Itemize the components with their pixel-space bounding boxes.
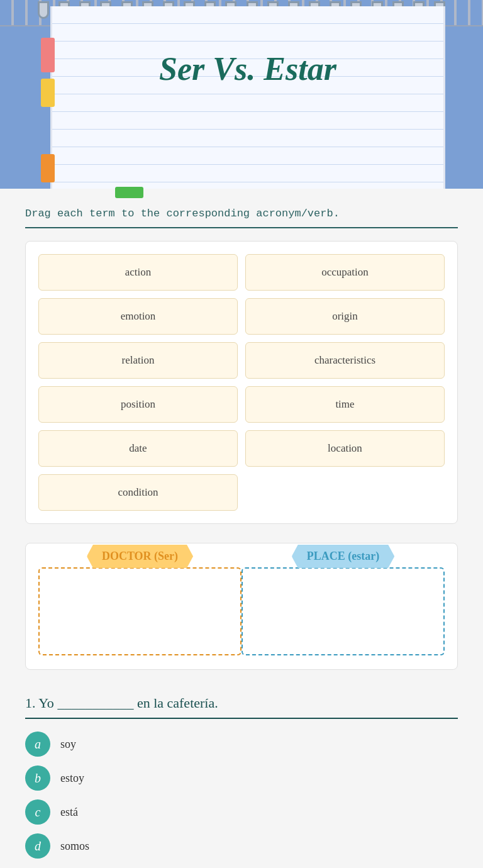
- term-characteristics[interactable]: characteristics: [245, 342, 445, 379]
- terms-grid: action occupation emotion origin relatio…: [38, 254, 445, 511]
- main-content: Drag each term to the corresponding acro…: [0, 189, 483, 868]
- badge-d: d: [25, 833, 50, 859]
- badge-a: a: [25, 732, 50, 757]
- term-occupation[interactable]: occupation: [245, 254, 445, 291]
- place-drop-area[interactable]: [242, 567, 445, 655]
- page-title: Ser Vs. Estar: [77, 25, 418, 100]
- term-position[interactable]: position: [38, 386, 238, 423]
- sticky-tab-green: [115, 187, 143, 198]
- instructions-text: Drag each term to the corresponding acro…: [25, 208, 458, 228]
- option-d[interactable]: d somos: [25, 833, 458, 859]
- label-d: somos: [60, 840, 89, 853]
- question-text-before: Yo: [38, 695, 57, 711]
- option-c[interactable]: c está: [25, 799, 458, 825]
- doctor-drop-area[interactable]: [38, 567, 242, 655]
- doctor-drop-zone[interactable]: DOCTOR (Ser): [38, 556, 242, 657]
- term-location[interactable]: location: [245, 430, 445, 467]
- question-text-after: en la cafetería.: [137, 695, 218, 711]
- sticky-tab-yellow: [41, 79, 55, 107]
- badge-c: c: [25, 799, 50, 825]
- badge-b: b: [25, 765, 50, 791]
- label-c: está: [60, 806, 78, 819]
- term-condition[interactable]: condition: [38, 474, 238, 511]
- term-action[interactable]: action: [38, 254, 238, 291]
- drop-zones-container: DOCTOR (Ser) PLACE (estar): [25, 543, 458, 670]
- place-label: PLACE (estar): [292, 545, 394, 568]
- notebook-paper: Ser Vs. Estar: [50, 6, 445, 189]
- spiral-hook: [38, 1, 49, 19]
- term-date[interactable]: date: [38, 430, 238, 467]
- sticky-tab-orange: [41, 154, 55, 182]
- terms-container: action occupation emotion origin relatio…: [25, 241, 458, 524]
- question-1: 1. Yo ___________ en la cafetería.: [25, 695, 458, 719]
- question-section: 1. Yo ___________ en la cafetería. a soy…: [25, 689, 458, 859]
- term-origin[interactable]: origin: [245, 298, 445, 335]
- option-b[interactable]: b estoy: [25, 765, 458, 791]
- option-a[interactable]: a soy: [25, 732, 458, 757]
- term-emotion[interactable]: emotion: [38, 298, 238, 335]
- doctor-label: DOCTOR (Ser): [87, 545, 193, 568]
- label-b: estoy: [60, 772, 84, 785]
- answer-options: a soy b estoy c está d somos: [25, 732, 458, 859]
- sticky-tab-pink: [41, 38, 55, 72]
- term-time[interactable]: time: [245, 386, 445, 423]
- notebook-section: Ser Vs. Estar: [0, 0, 483, 189]
- term-relation[interactable]: relation: [38, 342, 238, 379]
- label-a: soy: [60, 738, 76, 751]
- place-drop-zone[interactable]: PLACE (estar): [242, 556, 445, 657]
- question-blank: ___________: [57, 695, 133, 711]
- question-number: 1.: [25, 695, 36, 711]
